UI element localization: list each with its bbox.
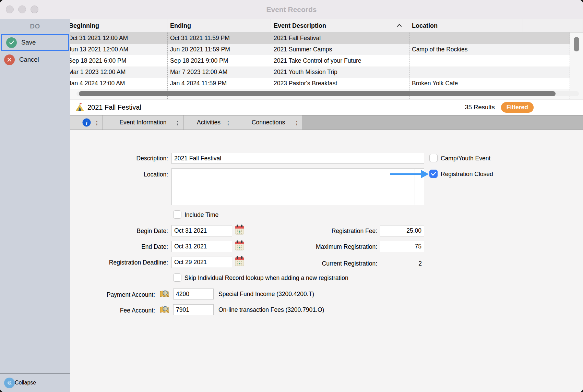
tent-icon	[75, 103, 84, 112]
registration-closed-label: Registration Closed	[441, 171, 493, 178]
sidebar-header: DO	[0, 19, 70, 34]
double-chevron-left-icon	[4, 378, 15, 388]
cancel-button-label: Cancel	[19, 56, 39, 63]
tab-grip-handle[interactable]: ⋮	[226, 120, 231, 125]
tab-grip-handle[interactable]: ⋮	[94, 120, 99, 125]
fee-account-input[interactable]	[173, 304, 214, 315]
results-count: 35 Results	[465, 103, 495, 111]
registration-deadline-label: Registration Deadline:	[70, 259, 168, 266]
tab-grip-handle[interactable]: ⋮	[175, 120, 180, 125]
table-rows: Oct 31 2021 12:00 AM Oct 31 2021 11:59 P…	[70, 33, 570, 89]
account-lookup-icon[interactable]	[159, 305, 169, 314]
horizontal-scrollbar[interactable]	[76, 91, 579, 96]
payment-account-label: Payment Account:	[70, 291, 155, 298]
end-date-input[interactable]	[171, 241, 232, 252]
save-button-label: Save	[21, 39, 36, 46]
registration-closed-checkbox[interactable]	[429, 170, 438, 178]
event-records-window: Event Records Beginning Ending Event Des…	[0, 0, 583, 392]
column-divider	[271, 33, 271, 99]
table-row[interactable]: Jun 13 2021 12:00 AM Jun 20 2021 11:59 P…	[70, 44, 570, 55]
collapse-button-label: Collapse	[15, 380, 36, 386]
tab-activities[interactable]: Activities ⋮	[183, 115, 234, 130]
column-divider	[167, 33, 168, 99]
description-label: Description:	[70, 155, 168, 162]
detail-title: 2021 Fall Festival	[87, 103, 141, 111]
cancel-x-icon	[4, 54, 15, 65]
current-registration-label: Current Registration:	[242, 260, 377, 267]
table-row[interactable]: Sep 18 2021 6:00 PM Sep 18 2021 9:00 PM …	[70, 55, 570, 66]
fee-account-description: On-line transaction Fees (3200.7901.O)	[218, 306, 324, 314]
column-divider	[523, 33, 523, 99]
vertical-scrollbar-thumb[interactable]	[574, 37, 579, 51]
sort-ascending-icon	[397, 24, 402, 27]
table-row[interactable]: Jan 4 2024 12:00 AM Jan 4 2024 11:59 PM …	[70, 78, 570, 89]
info-icon: i	[82, 118, 91, 127]
detail-header: 2021 Fall Festival 35 Results Filtered	[70, 99, 583, 115]
payment-account-input[interactable]	[173, 289, 214, 299]
main-content: Beginning Ending Event Description Locat…	[70, 19, 583, 392]
description-input[interactable]	[171, 153, 424, 164]
horizontal-scrollbar-thumb[interactable]	[79, 91, 556, 96]
fee-account-label: Fee Account:	[70, 307, 155, 314]
checkmark-icon	[431, 172, 436, 176]
column-header-location[interactable]: Location	[409, 19, 523, 32]
tab-connections[interactable]: Connections ⋮	[234, 115, 303, 130]
filtered-badge[interactable]: Filtered	[501, 102, 534, 113]
tab-grip-handle[interactable]: ⋮	[294, 120, 299, 125]
save-button[interactable]: Save	[1, 34, 69, 51]
table-header-row: Beginning Ending Event Description Locat…	[70, 19, 583, 33]
tab-event-information[interactable]: Event Information ⋮	[103, 115, 183, 130]
do-sidebar: DO Save Cancel Collapse	[0, 19, 70, 392]
collapse-button[interactable]: Collapse	[0, 373, 70, 392]
account-lookup-icon[interactable]	[159, 290, 169, 298]
title-bar: Event Records	[0, 0, 583, 19]
begin-date-input[interactable]	[171, 225, 232, 236]
column-header-spacer	[523, 19, 583, 32]
skip-lookup-checkbox[interactable]	[173, 273, 181, 282]
event-records-table: Beginning Ending Event Description Locat…	[70, 19, 583, 99]
payment-account-description: Special Fund Income (3200.4200.T)	[218, 291, 314, 298]
column-header-event-description[interactable]: Event Description	[271, 19, 409, 32]
registration-deadline-input[interactable]	[171, 257, 232, 268]
vertical-scrollbar[interactable]	[570, 33, 583, 99]
current-registration-value: 2	[380, 260, 422, 267]
camp-youth-event-label: Camp/Youth Event	[441, 155, 490, 162]
tab-info[interactable]: i ⋮	[70, 115, 103, 130]
table-row[interactable]: Oct 31 2021 12:00 AM Oct 31 2021 11:59 P…	[70, 33, 570, 44]
registration-fee-input[interactable]	[380, 225, 424, 236]
location-textarea[interactable]	[171, 168, 424, 205]
annotation-arrow-icon	[390, 170, 429, 179]
cancel-button[interactable]: Cancel	[0, 51, 70, 68]
maximum-registration-label: Maximum Registration:	[242, 243, 377, 250]
column-header-beginning[interactable]: Beginning	[70, 19, 167, 32]
registration-fee-label: Registration Fee:	[242, 228, 377, 235]
column-header-ending[interactable]: Ending	[167, 19, 271, 32]
include-time-label: Include Time	[185, 211, 218, 219]
tab-bar: i ⋮ Event Information ⋮ Activities ⋮ Con…	[70, 115, 583, 130]
skip-lookup-label: Skip Individual Record lookup when addin…	[185, 274, 348, 282]
column-divider	[409, 33, 409, 99]
table-row[interactable]: Mar 1 2023 12:00 AM Mar 7 2023 12:00 AM …	[70, 66, 570, 78]
maximum-registration-input[interactable]	[380, 241, 424, 252]
include-time-checkbox[interactable]	[173, 210, 181, 219]
window-title: Event Records	[0, 0, 583, 19]
location-label: Location:	[70, 171, 168, 178]
camp-youth-event-checkbox[interactable]	[429, 154, 438, 162]
begin-date-label: Begin Date:	[70, 228, 168, 235]
end-date-label: End Date:	[70, 243, 168, 250]
save-check-icon	[6, 37, 17, 48]
event-information-form: Description: Camp/Youth Event Location: …	[70, 130, 583, 392]
